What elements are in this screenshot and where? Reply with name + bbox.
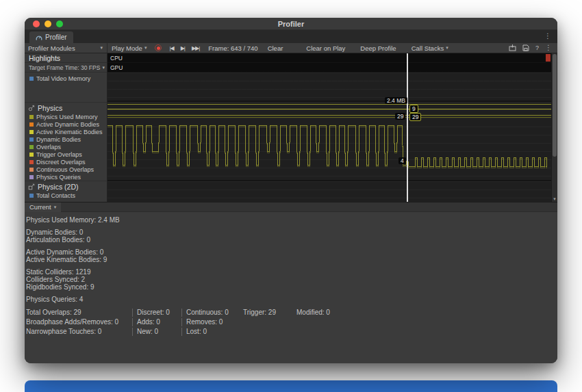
scrollbar-thumb[interactable] — [553, 54, 557, 157]
detail-line: Colliders Synced: 2 — [26, 276, 557, 283]
profiler-modules-dropdown[interactable]: Profiler Modules ▾ — [25, 43, 107, 53]
physics-2d-chart[interactable] — [107, 181, 551, 202]
detail-table-row: Broadphase Adds/Removes: 0Adds: 0Removes… — [26, 317, 557, 327]
next-frame-button[interactable]: ▶| — [177, 43, 188, 53]
charts-column[interactable]: CPU GPU 2.4 MB 9 29 — [107, 53, 551, 202]
clear-button[interactable]: Clear — [264, 43, 288, 53]
detail-table-row: Narrowphase Touches: 0New: 0Lost: 0 — [26, 327, 557, 337]
module-header-highlights[interactable]: Highlights — [25, 53, 107, 63]
physics-icon — [28, 105, 35, 112]
detail-group: Active Dynamic Bodies: 0Active Kinematic… — [26, 248, 557, 263]
save-profile-icon[interactable] — [522, 44, 529, 51]
call-stacks-dropdown[interactable]: Call Stacks ▾ — [412, 43, 448, 53]
series-label: Continuous Overlaps — [36, 166, 94, 173]
badge-queries-value: 4 — [398, 157, 406, 164]
series-color-swatch — [29, 160, 34, 164]
series-label: Total Contacts — [36, 192, 75, 199]
chevron-down-icon: ▾ — [102, 65, 105, 70]
background-window-edge — [25, 380, 557, 392]
physics-chart[interactable] — [107, 102, 551, 180]
last-frame-button[interactable]: ▶▶| — [188, 43, 203, 53]
scroll-down-icon[interactable]: ▼ — [552, 197, 557, 201]
series-label: Discreet Overlaps — [36, 159, 86, 166]
legend-item[interactable]: Total Contacts — [25, 192, 107, 199]
detail-table-row: Total Overlaps: 29Discreet: 0Continuous:… — [26, 308, 557, 317]
gpu-timeline-strip[interactable]: GPU — [107, 63, 551, 72]
detail-line: Physics Used Memory: 2.4 MB — [26, 216, 557, 224]
profiler-gauge-icon — [36, 34, 42, 41]
series-color-swatch — [29, 138, 34, 142]
detail-cell: Narrowphase Touches: 0 — [26, 328, 132, 336]
deep-profile-toggle[interactable]: Deep Profile — [360, 44, 396, 52]
series-color-swatch — [29, 175, 34, 179]
module-memory-partial: Total Video Memory — [25, 73, 107, 103]
legend-item[interactable]: Physics Used Memory — [25, 113, 107, 120]
detail-cell: Total Overlaps: 29 — [26, 309, 132, 317]
details-panel: Current ▾ Physics Used Memory: 2.4 MBDyn… — [25, 202, 557, 363]
record-icon — [155, 44, 162, 51]
series-color-swatch — [29, 77, 34, 81]
titlebar[interactable]: Profiler — [25, 18, 557, 30]
chevron-down-icon: ▾ — [144, 45, 147, 51]
prev-frame-button[interactable]: |◀ — [166, 43, 177, 53]
detail-cell: Adds: 0 — [132, 318, 181, 326]
badge-memory-value: 2.4 MB — [385, 97, 407, 104]
cpu-timeline-strip[interactable]: CPU — [107, 53, 551, 62]
frame-counter: Frame: 643 / 740 — [203, 44, 263, 52]
module-header-physics-2d[interactable]: Physics (2D) — [25, 181, 107, 192]
chevron-down-icon: ▾ — [446, 45, 448, 51]
details-groups: Physics Used Memory: 2.4 MBDynamic Bodie… — [26, 216, 557, 303]
selected-frame-playhead[interactable] — [407, 53, 408, 202]
detail-group: Physics Queries: 4 — [26, 296, 557, 303]
physics-chart-plot — [107, 102, 551, 180]
legend-item[interactable]: Total Video Memory — [25, 75, 107, 82]
traffic-lights — [25, 21, 63, 27]
load-profile-icon[interactable] — [509, 44, 516, 51]
window-title: Profiler — [25, 20, 557, 28]
legend-item[interactable]: Overlaps — [25, 143, 107, 151]
detail-cell: Modified: 0 — [296, 309, 557, 317]
legend-item[interactable]: Physics Queries — [25, 173, 107, 181]
minimize-button[interactable] — [45, 21, 51, 27]
record-button[interactable] — [151, 43, 166, 53]
physics-title: Physics — [38, 104, 62, 112]
details-body: Physics Used Memory: 2.4 MBDynamic Bodie… — [25, 212, 557, 337]
legend-item[interactable]: Continuous Overlaps — [25, 166, 107, 173]
series-color-swatch — [29, 122, 34, 127]
detail-line: Dynamic Bodies: 0 — [26, 228, 557, 236]
details-mode-dropdown[interactable]: Current ▾ — [25, 202, 61, 212]
legend-item[interactable]: Active Dynamic Bodies — [25, 120, 107, 128]
clear-on-play-toggle[interactable]: Clear on Play — [306, 44, 345, 52]
series-color-swatch — [29, 130, 34, 134]
series-label: Total Video Memory — [36, 75, 90, 82]
physics-2d-icon — [28, 183, 35, 190]
memory-chart[interactable] — [107, 73, 551, 101]
target-frame-time-dropdown[interactable]: Target Frame Time: 30 FPS ▾ — [25, 63, 107, 73]
chevron-down-icon: ▾ — [100, 45, 103, 51]
highlights-title: Highlights — [29, 54, 60, 62]
legend-item[interactable]: Discreet Overlaps — [25, 158, 107, 166]
physics-legend: Physics Used Memory Active Dynamic Bodie… — [25, 113, 107, 181]
series-color-swatch — [29, 194, 34, 198]
detail-line: Physics Queries: 4 — [26, 296, 557, 303]
tab-bar: Profiler ⋮ — [25, 30, 557, 43]
legend-item[interactable]: Active Kinematic Bodies — [25, 128, 107, 135]
play-mode-dropdown[interactable]: Play Mode ▾ — [107, 43, 151, 53]
zoom-button[interactable] — [56, 21, 63, 27]
charts-scrollbar[interactable]: ▼ — [551, 53, 557, 202]
legend-item[interactable]: Trigger Overlaps — [25, 151, 107, 158]
toolbar-menu-icon[interactable]: ⋮ — [545, 44, 552, 51]
tab-menu-icon[interactable]: ⋮ — [544, 33, 551, 40]
help-icon[interactable]: ? — [535, 44, 539, 51]
detail-cell: Trigger: 29 — [243, 309, 296, 317]
detail-cell: Broadphase Adds/Removes: 0 — [26, 318, 132, 326]
legend-item[interactable]: Dynamic Bodies — [25, 135, 107, 143]
series-label: Dynamic Bodies — [36, 136, 81, 143]
tab-profiler[interactable]: Profiler — [29, 31, 73, 43]
details-mode-label: Current — [29, 203, 51, 211]
series-label: Physics Used Memory — [36, 114, 98, 120]
gpu-label: GPU — [110, 64, 123, 71]
close-button[interactable] — [33, 21, 40, 27]
detail-group: Dynamic Bodies: 0Articulation Bodies: 0 — [26, 228, 557, 244]
module-header-physics[interactable]: Physics — [25, 103, 107, 113]
